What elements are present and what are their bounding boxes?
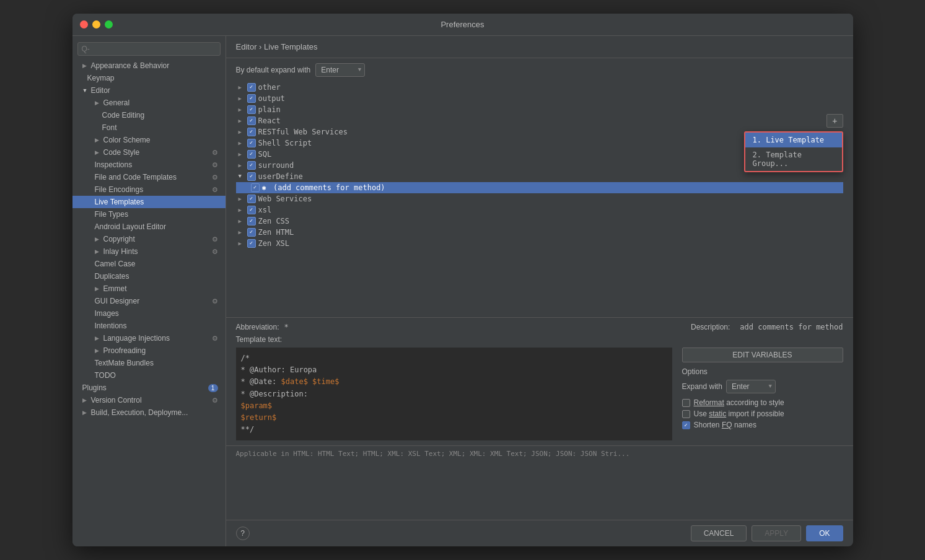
group-checkbox-react[interactable] [247,116,256,125]
shorten-fq-checkbox[interactable] [682,421,690,429]
add-live-template-item[interactable]: 1. Live Template [745,133,842,147]
group-checkbox-zenhtml[interactable] [247,228,256,237]
template-group-xsl[interactable]: ▶ xsl [236,204,843,216]
breadcrumb: Editor › Live Templates [226,36,853,58]
group-checkbox-shell[interactable] [247,139,256,147]
chevron-right-icon: ▶ [239,84,245,91]
group-name: xsl [258,206,272,214]
sidebar-item-font[interactable]: Font [72,121,226,134]
sidebar-item-duplicates[interactable]: Duplicates [72,270,226,282]
sidebar-item-todo[interactable]: TODO [72,369,226,382]
sidebar-item-label: Android Layout Editor [95,222,166,231]
group-checkbox-zenxsl[interactable] [247,239,256,248]
chevron-right-icon: ▶ [239,162,245,169]
toolbar-row: By default expand with Enter Tab Space [226,58,853,82]
template-text-area[interactable]: /* * @Author: Europa * @Date: $date$ $ti… [236,348,672,440]
sidebar-item-label: Editor [91,86,110,95]
group-name: Shell Script [258,139,312,147]
sidebar-item-file-encodings[interactable]: File Encodings ⚙ [72,183,226,196]
group-name: Web Services [258,195,312,203]
sidebar-item-intentions[interactable]: Intentions [72,320,226,332]
sidebar-item-general[interactable]: ▶ General [72,97,226,109]
chevron-right-icon: ▶ [239,129,245,136]
template-group-userdefine[interactable]: ▼ userDefine [236,171,843,182]
group-checkbox-other[interactable] [247,83,256,92]
expand-select[interactable]: Enter Tab Space [315,63,365,77]
template-group-plain[interactable]: ▶ plain [236,104,843,115]
chevron-down-icon: ▼ [82,87,89,94]
settings-icon: ⚙ [212,161,218,169]
static-import-checkbox-row: Use static import if possible [682,409,843,418]
description-value: add comments for method [740,323,843,331]
static-import-label: Use static import if possible [694,409,784,418]
main-content: ▶ Appearance & Behavior Keymap ▼ Editor … [72,36,853,546]
sidebar-item-android-layout[interactable]: Android Layout Editor [72,221,226,233]
apply-button[interactable]: APPLY [752,525,801,541]
group-checkbox-output[interactable] [247,94,256,103]
add-button[interactable]: + [826,114,843,128]
group-checkbox-surround[interactable] [247,161,256,170]
sidebar-item-copyright[interactable]: ▶ Copyright ⚙ [72,233,226,245]
group-checkbox-restful[interactable] [247,128,256,136]
template-group-zenxsl[interactable]: ▶ Zen XSL [236,238,843,249]
group-checkbox-sql[interactable] [247,150,256,159]
sidebar-item-emmet[interactable]: ▶ Emmet [72,282,226,295]
group-checkbox-userdefine[interactable] [247,172,256,181]
chevron-right-icon: ▶ [82,409,89,416]
sidebar-item-version-control[interactable]: ▶ Version Control ⚙ [72,394,226,406]
static-import-checkbox[interactable] [682,410,690,418]
minimize-button[interactable] [92,20,100,28]
group-checkbox-zencss[interactable] [247,217,256,225]
sidebar-item-inspections[interactable]: Inspections ⚙ [72,159,226,171]
sidebar-item-code-editing[interactable]: Code Editing [72,109,226,121]
cancel-button[interactable]: CANCEL [691,525,747,541]
sidebar-item-editor[interactable]: ▼ Editor [72,84,226,97]
template-checkbox[interactable] [251,183,260,192]
sidebar-item-keymap[interactable]: Keymap [72,72,226,84]
group-name: Zen HTML [258,228,294,237]
group-checkbox-xsl[interactable] [247,206,256,214]
sidebar-item-gui-designer[interactable]: GUI Designer ⚙ [72,295,226,307]
sidebar-item-textmate[interactable]: TextMate Bundles [72,357,226,369]
reformat-checkbox[interactable] [682,399,690,407]
template-body: /* * @Author: Europa * @Date: $date$ $ti… [236,348,843,440]
template-group-output[interactable]: ▶ output [236,93,843,104]
settings-icon: ⚙ [212,396,218,405]
settings-icon: ⚙ [212,235,218,243]
sidebar-item-code-style[interactable]: ▶ Code Style ⚙ [72,146,226,159]
sidebar-item-inlay-hints[interactable]: ▶ Inlay Hints ⚙ [72,245,226,258]
group-checkbox-plain[interactable] [247,105,256,114]
sidebar-item-proofreading[interactable]: ▶ Proofreading [72,344,226,357]
settings-icon: ⚙ [212,335,218,343]
sidebar-item-file-types[interactable]: File Types [72,208,226,221]
template-group-react[interactable]: ▶ React [236,115,843,126]
template-group-zenhtml[interactable]: ▶ Zen HTML [236,227,843,238]
template-group-zencss[interactable]: ▶ Zen CSS [236,216,843,227]
template-item-add-comments[interactable]: ✱ (add comments for method) [236,182,843,193]
edit-variables-button[interactable]: EDIT VARIABLES [682,348,843,362]
sidebar-item-label: Build, Execution, Deployme... [91,408,188,417]
expand-select-wrapper: Enter Tab Space [315,63,365,77]
sidebar-item-label: Language Injections [103,334,170,343]
template-group-other[interactable]: ▶ other [236,82,843,93]
code-line-4: * @Description: [241,388,667,400]
abbreviation-label: Abbreviation: [236,323,279,331]
template-group-webservices[interactable]: ▶ Web Services [236,193,843,204]
sidebar-item-live-templates[interactable]: Live Templates [72,196,226,208]
sidebar-item-camel-case[interactable]: Camel Case [72,258,226,270]
sidebar-item-color-scheme[interactable]: ▶ Color Scheme [72,134,226,146]
sidebar-item-file-and-code[interactable]: File and Code Templates ⚙ [72,171,226,183]
group-checkbox-webservices[interactable] [247,195,256,203]
close-button[interactable] [80,20,88,28]
sidebar-item-appearance[interactable]: ▶ Appearance & Behavior [72,59,226,72]
sidebar-item-build[interactable]: ▶ Build, Execution, Deployme... [72,406,226,419]
sidebar-item-images[interactable]: Images [72,307,226,320]
maximize-button[interactable] [105,20,113,28]
ok-button[interactable]: OK [806,525,843,541]
add-template-group-item[interactable]: 2. Template Group... [745,147,842,171]
sidebar-item-plugins[interactable]: Plugins 1 [72,382,226,394]
sidebar-item-lang-injections[interactable]: ▶ Language Injections ⚙ [72,332,226,344]
options-expand-select[interactable]: Enter Tab [726,380,776,393]
search-input[interactable] [77,42,221,56]
help-button[interactable]: ? [236,527,250,540]
